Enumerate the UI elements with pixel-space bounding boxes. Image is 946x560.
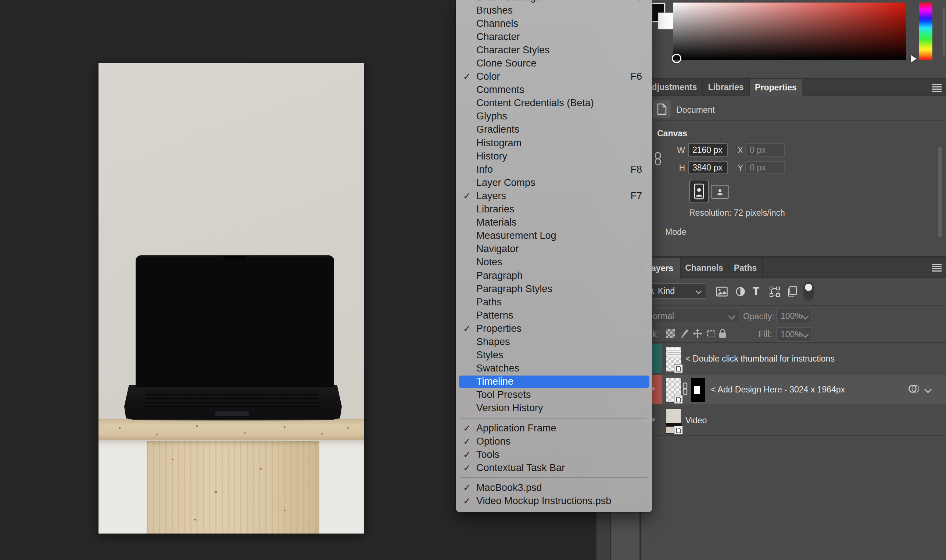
photo-tabletop xyxy=(98,419,364,441)
menu-item-color[interactable]: ✓ColorF6 xyxy=(456,70,652,83)
menu-item-label: Libraries xyxy=(476,203,642,215)
filter-type-layers-icon[interactable]: T xyxy=(753,285,759,297)
layer-row[interactable]: < Add Design Here - 3024 x 1964px xyxy=(641,374,946,405)
menu-item-notes[interactable]: Notes xyxy=(456,256,652,269)
menu-item-paths[interactable]: Paths xyxy=(456,295,652,309)
menu-item-brushes[interactable]: Brushes xyxy=(456,4,652,17)
menu-item-channels[interactable]: Channels xyxy=(456,17,652,30)
hue-slider[interactable] xyxy=(919,3,932,60)
menu-item-contextual-task-bar[interactable]: ✓Contextual Task Bar xyxy=(456,461,652,474)
menu-item-character[interactable]: Character xyxy=(456,30,652,43)
menu-item-layers[interactable]: ✓LayersF7 xyxy=(456,189,652,203)
menu-item-application-frame[interactable]: ✓Application Frame xyxy=(456,422,652,435)
menu-item-styles[interactable]: Styles xyxy=(456,349,652,362)
opacity-label: Opacity: xyxy=(743,312,774,322)
background-color-swatch[interactable] xyxy=(658,12,673,29)
menu-item-content-credentials-beta-[interactable]: Content Credentials (Beta) xyxy=(456,97,652,110)
layer-name[interactable]: < Double click thumbnail for instruction… xyxy=(685,354,835,364)
layers-panel-menu-icon[interactable] xyxy=(932,264,941,273)
menu-item-macbook3-psd[interactable]: ✓MacBook3.psd xyxy=(456,481,652,494)
menu-item-swatches[interactable]: Swatches xyxy=(456,362,652,375)
menu-item-tool-presets[interactable]: Tool Presets xyxy=(456,388,652,402)
layer-name[interactable]: < Add Design Here - 3024 x 1964px xyxy=(711,385,845,395)
menu-item-gradients[interactable]: Gradients xyxy=(456,123,652,136)
menu-item-options[interactable]: ✓Options xyxy=(456,435,652,448)
link-dimensions-icon[interactable] xyxy=(654,151,662,168)
x-field[interactable]: 0 px xyxy=(745,143,785,157)
layer-mask-thumbnail[interactable] xyxy=(691,378,705,403)
layer-filter-kind-dropdown[interactable]: Kind xyxy=(643,283,706,299)
menu-item-comments[interactable]: Comments xyxy=(456,83,652,97)
layer-name[interactable]: Video xyxy=(685,415,707,426)
opacity-field[interactable]: 100% xyxy=(776,309,812,323)
menu-item-patterns[interactable]: Patterns xyxy=(456,309,652,322)
menu-item-label: Info xyxy=(476,164,630,175)
tab-properties[interactable]: Properties xyxy=(750,79,802,96)
opacity-value: 100% xyxy=(781,311,802,321)
menu-item-character-styles[interactable]: Character Styles xyxy=(456,43,652,57)
menu-item-clone-source[interactable]: Clone Source xyxy=(456,57,652,70)
menu-item-video-mockup-instructions-psb[interactable]: ✓Video Mockup Instructions.psb xyxy=(456,494,652,508)
lock-transparency-icon[interactable] xyxy=(666,329,675,338)
menu-item-version-history[interactable]: Version History xyxy=(456,402,652,415)
menu-item-label: Layers xyxy=(476,190,630,202)
menu-item-measurement-log[interactable]: Measurement Log xyxy=(456,229,652,243)
lock-artboard-icon[interactable] xyxy=(706,329,716,339)
fill-field[interactable]: 100% xyxy=(776,327,812,342)
height-field[interactable]: 3840 px xyxy=(688,161,728,174)
y-value: 0 px xyxy=(750,163,766,173)
menu-item-history[interactable]: History xyxy=(456,149,652,163)
menu-item-brush-settings[interactable]: Brush SettingsF5 xyxy=(456,0,652,4)
color-picker-ring[interactable] xyxy=(672,54,681,63)
menu-item-paragraph[interactable]: Paragraph xyxy=(456,269,652,282)
filter-toggle-switch[interactable] xyxy=(803,282,814,301)
menu-item-paragraph-styles[interactable]: Paragraph Styles xyxy=(456,282,652,295)
menu-item-libraries[interactable]: Libraries xyxy=(456,203,652,216)
menu-item-navigator[interactable]: Navigator xyxy=(456,243,652,256)
menu-item-materials[interactable]: Materials xyxy=(456,216,652,229)
layer-thumbnail[interactable] xyxy=(666,378,682,403)
menu-item-tools[interactable]: ✓Tools xyxy=(456,448,652,461)
y-field[interactable]: 0 px xyxy=(745,161,785,174)
layer-row[interactable]: < Double click thumbnail for instruction… xyxy=(641,343,946,374)
menu-item-properties[interactable]: ✓Properties xyxy=(456,322,652,335)
filter-smart-objects-icon[interactable] xyxy=(787,286,798,297)
tab-channels[interactable]: Channels xyxy=(681,258,728,277)
menu-item-timeline[interactable]: Timeline xyxy=(456,375,652,388)
tab-paths[interactable]: Paths xyxy=(728,258,762,277)
properties-panel-menu-icon[interactable] xyxy=(932,84,941,93)
lock-position-icon[interactable] xyxy=(692,329,703,339)
properties-scrollbar[interactable] xyxy=(938,147,941,237)
saturation-brightness-gradient[interactable] xyxy=(673,3,906,60)
color-panel-scrollbar[interactable] xyxy=(943,7,945,55)
menu-item-shapes[interactable]: Shapes xyxy=(456,335,652,348)
layer-thumbnail[interactable] xyxy=(666,409,682,434)
lock-all-icon[interactable] xyxy=(718,328,727,339)
filter-shape-layers-icon[interactable] xyxy=(769,287,780,297)
width-field[interactable]: 2160 px xyxy=(688,143,728,157)
filter-pixel-layers-icon[interactable] xyxy=(716,287,728,297)
menu-item-glyphs[interactable]: Glyphs xyxy=(456,110,652,123)
section-divider xyxy=(641,120,946,121)
menu-item-layer-comps[interactable]: Layer Comps xyxy=(456,176,652,189)
menu-item-histogram[interactable]: Histogram xyxy=(456,136,652,149)
menu-item-label: Tool Presets xyxy=(476,389,642,400)
orientation-portrait-button[interactable] xyxy=(689,180,709,203)
orientation-landscape-button[interactable] xyxy=(711,185,729,199)
layer-thumbnail[interactable] xyxy=(666,347,682,372)
document-canvas[interactable] xyxy=(98,63,364,534)
layer-row[interactable]: Video xyxy=(641,405,946,436)
hue-slider-pointer[interactable] xyxy=(911,55,917,63)
menu-item-info[interactable]: InfoF8 xyxy=(456,163,652,176)
mask-link-icon[interactable] xyxy=(682,382,688,397)
filter-adjustment-layers-icon[interactable] xyxy=(735,287,745,297)
tab-libraries[interactable]: Libraries xyxy=(703,79,749,95)
smart-filters-icon[interactable] xyxy=(908,384,920,395)
chevron-down-icon[interactable] xyxy=(924,386,932,393)
menu-item-label: Comments xyxy=(476,84,642,95)
macbook-notch xyxy=(223,255,246,259)
document-icon[interactable] xyxy=(653,100,671,118)
blend-mode-dropdown[interactable]: Normal xyxy=(643,309,740,323)
menu-item-label: Histogram xyxy=(476,137,642,149)
lock-paint-icon[interactable] xyxy=(680,329,689,339)
